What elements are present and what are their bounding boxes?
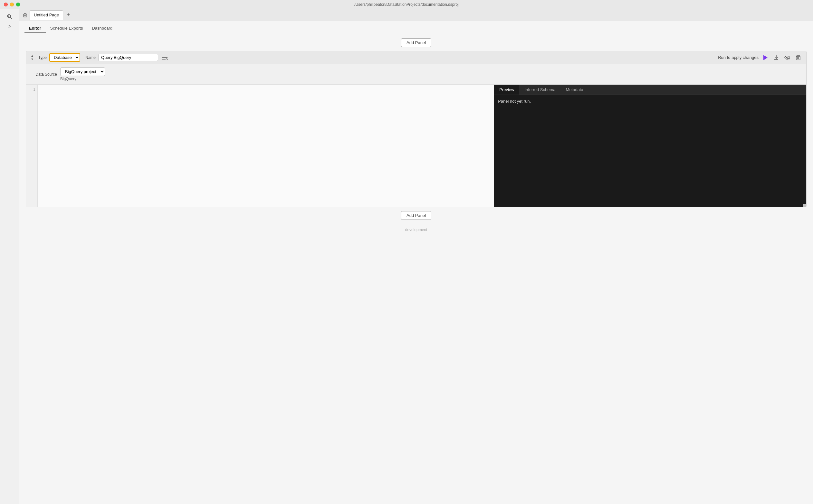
- add-tab-button[interactable]: +: [64, 11, 72, 19]
- datasource-label: Data Source: [35, 72, 57, 77]
- delete-panel-button[interactable]: [794, 53, 802, 62]
- sidebar: [0, 9, 19, 504]
- datasource-row: Data Source BigQuery project BigQuery: [26, 64, 806, 85]
- type-select[interactable]: Database: [49, 53, 80, 62]
- tab-label: Untitled Page: [34, 13, 59, 17]
- add-panel-bottom-button[interactable]: Add Panel: [401, 211, 431, 220]
- name-input[interactable]: [98, 54, 158, 61]
- datasource-select[interactable]: BigQuery project: [60, 67, 105, 76]
- preview-tab-metadata[interactable]: Metadata: [561, 85, 588, 95]
- panel-down-arrow[interactable]: ▼: [30, 58, 34, 61]
- sidebar-expand-icon[interactable]: [6, 23, 13, 30]
- minimize-button[interactable]: [10, 3, 14, 6]
- tab-editor[interactable]: Editor: [24, 24, 46, 33]
- run-button[interactable]: [761, 53, 770, 62]
- panel-up-arrow[interactable]: ▲: [30, 54, 34, 57]
- preview-tab-preview[interactable]: Preview: [494, 85, 519, 95]
- panel-reorder: ▲ ▼: [30, 54, 34, 61]
- traffic-lights: [4, 3, 20, 6]
- type-label: Type: [38, 55, 47, 60]
- search-icon[interactable]: [6, 13, 14, 21]
- panel-body: Data Source BigQuery project BigQuery 1: [26, 64, 806, 207]
- window-title: /Users/philipeaton/DataStationProjects/d…: [354, 2, 459, 7]
- app-body: Untitled Page + Editor Schedule Exports …: [0, 9, 813, 504]
- add-panel-top-button[interactable]: Add Panel: [401, 38, 431, 47]
- navtabs: Editor Schedule Exports Dashboard: [19, 21, 813, 33]
- play-icon: [763, 55, 768, 60]
- line-numbers: 1: [26, 85, 38, 207]
- preview-status: Panel not yet run.: [498, 99, 531, 104]
- visibility-button[interactable]: [783, 53, 791, 62]
- preview-tab-schema[interactable]: Inferred Schema: [519, 85, 560, 95]
- main-content: Untitled Page + Editor Schedule Exports …: [19, 9, 813, 504]
- tab-dashboard[interactable]: Dashboard: [87, 24, 117, 33]
- tab-schedule-exports[interactable]: Schedule Exports: [46, 24, 88, 33]
- panel-toolbar: ▲ ▼ Type Database Name: [26, 51, 806, 64]
- page-content: Add Panel ▲ ▼ Type Database Name: [19, 33, 813, 504]
- resize-handle[interactable]: [803, 204, 806, 207]
- panel-container: ▲ ▼ Type Database Name: [26, 51, 807, 207]
- delete-tab-button[interactable]: [22, 12, 28, 18]
- name-label: Name: [85, 55, 96, 60]
- editor-preview: 1 Preview Inferred Schema: [26, 85, 806, 207]
- svg-line-1: [10, 17, 12, 19]
- footer: development: [401, 224, 431, 236]
- maximize-button[interactable]: [16, 3, 20, 6]
- tabbar: Untitled Page +: [19, 9, 813, 21]
- page-tab[interactable]: Untitled Page: [30, 10, 63, 20]
- titlebar: /Users/philipeaton/DataStationProjects/d…: [0, 0, 813, 9]
- close-button[interactable]: [4, 3, 8, 6]
- download-button[interactable]: [772, 53, 780, 62]
- format-button[interactable]: [161, 54, 169, 61]
- preview-content: Panel not yet run.: [494, 95, 806, 207]
- datasource-sub: BigQuery: [60, 77, 105, 81]
- code-input[interactable]: [38, 85, 494, 207]
- env-label: development: [405, 228, 427, 232]
- preview-pane: Preview Inferred Schema Metadata: [494, 85, 806, 207]
- preview-tabs: Preview Inferred Schema Metadata: [494, 85, 806, 95]
- code-editor: 1: [26, 85, 494, 207]
- run-label: Run to apply changes: [718, 55, 759, 60]
